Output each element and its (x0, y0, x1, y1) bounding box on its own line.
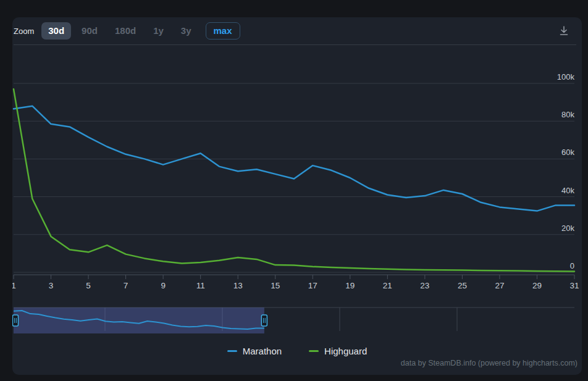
navigator-handle-right[interactable] (261, 315, 267, 326)
y-axis-label: 40k (561, 186, 574, 195)
range-button-max[interactable]: max (206, 22, 240, 40)
x-axis-label: 29 (532, 281, 542, 290)
zoom-label: Zoom (14, 27, 34, 36)
y-axis-label: 60k (561, 148, 574, 157)
toolbar-divider (14, 44, 576, 45)
download-icon (558, 25, 570, 37)
range-button-3y[interactable]: 3y (174, 22, 198, 40)
chart-legend: Marathon Highguard (12, 343, 582, 358)
x-axis-label: 23 (420, 281, 429, 290)
marathon-color-swatch (227, 350, 237, 352)
x-axis-label: 25 (458, 281, 467, 290)
x-axis-label: 7 (124, 281, 128, 290)
download-button[interactable] (555, 22, 573, 40)
x-axis-label: 13 (233, 281, 243, 290)
y-axis-label: 20k (561, 224, 574, 233)
range-button-1y[interactable]: 1y (146, 22, 170, 40)
range-button-90d[interactable]: 90d (75, 22, 104, 40)
navigator-handle (13, 315, 19, 326)
credits-text[interactable]: data by SteamDB.info (powered by highcha… (401, 359, 578, 367)
x-axis-label: 15 (271, 281, 280, 290)
x-axis-label: 9 (161, 281, 166, 290)
legend-item-highguard[interactable]: Highguard (309, 346, 367, 356)
x-axis-label: 19 (345, 281, 355, 290)
x-axis-label: 21 (383, 281, 392, 290)
legend-label: Marathon (243, 346, 282, 356)
x-axis-label: 27 (495, 281, 504, 290)
range-button-30d[interactable]: 30d (41, 22, 71, 40)
navigator-handle (261, 315, 267, 326)
y-axis-label: 0 (570, 261, 574, 270)
range-button-180d[interactable]: 180d (108, 22, 143, 40)
y-axis-label: 100k (557, 72, 575, 82)
x-axis-label: 17 (308, 281, 317, 290)
chart-panel: 020k40k60k80k100k13579111315171921232527… (12, 17, 582, 375)
x-axis-label: 5 (86, 281, 91, 290)
highguard-color-swatch (309, 350, 319, 352)
legend-item-marathon[interactable]: Marathon (227, 346, 282, 356)
range-toolbar: Zoom 30d 90d 180d 1y 3y max (12, 17, 582, 44)
x-axis-label: 1 (12, 281, 16, 290)
navigator-handle-left[interactable] (13, 315, 19, 326)
series-line-marathon[interactable] (14, 106, 574, 211)
legend-label: Highguard (324, 346, 367, 356)
stock-chart: 020k40k60k80k100k13579111315171921232527… (12, 17, 582, 375)
navigator-selected-range[interactable] (14, 308, 264, 333)
x-axis-label: 3 (49, 281, 54, 290)
x-axis-label: 11 (196, 281, 205, 290)
series-line-highguard[interactable] (14, 89, 574, 271)
x-axis-label: 31 (569, 281, 579, 290)
y-axis-label: 80k (561, 110, 574, 119)
